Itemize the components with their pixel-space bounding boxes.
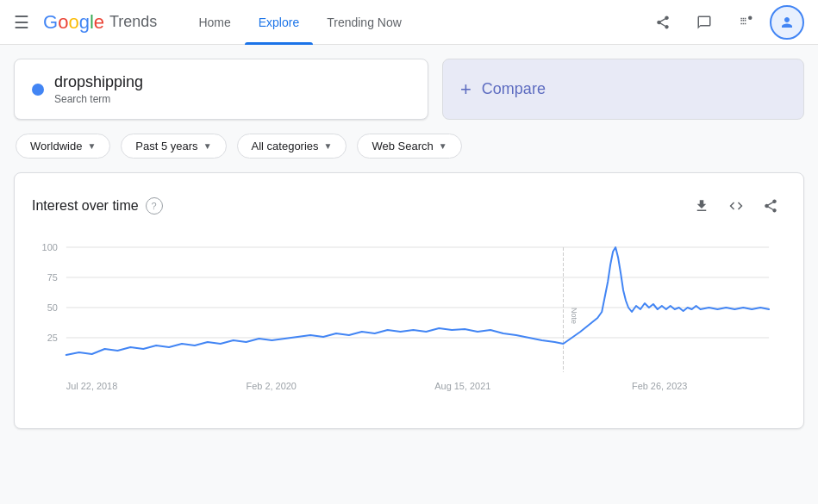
region-filter-label: Worldwide — [30, 140, 82, 152]
share-chart-button[interactable] — [755, 190, 786, 221]
svg-text:75: 75 — [47, 272, 58, 283]
help-icon[interactable]: ? — [146, 197, 163, 215]
search-type-filter-chevron: ▼ — [439, 141, 447, 151]
logo: Google Trends — [43, 11, 157, 34]
embed-button[interactable] — [721, 190, 752, 221]
chart-actions — [686, 190, 786, 221]
chart-title-area: Interest over time ? — [32, 197, 163, 215]
svg-text:Feb 26, 2023: Feb 26, 2023 — [632, 381, 687, 391]
svg-text:Aug 15, 2021: Aug 15, 2021 — [434, 381, 490, 391]
compare-plus-icon: + — [460, 78, 471, 101]
main-nav: Home Explore Trending Now — [184, 0, 646, 45]
search-type-filter[interactable]: Web Search ▼ — [357, 134, 461, 159]
category-filter-label: All categories — [252, 140, 319, 152]
nav-trending-now[interactable]: Trending Now — [313, 0, 415, 45]
menu-icon[interactable]: ☰ — [14, 12, 29, 33]
compare-box[interactable]: + Compare — [442, 59, 804, 120]
search-box: dropshipping Search term — [14, 59, 428, 120]
main-content: dropshipping Search term + Compare World… — [0, 45, 818, 443]
trend-chart: 100 75 50 25 Note Jul 22, 2018 Feb 2, 20… — [32, 239, 786, 411]
chart-card: Interest over time ? — [14, 172, 804, 429]
google-wordmark: Google — [43, 11, 104, 34]
search-term: dropshipping — [54, 73, 143, 91]
search-term-sublabel: Search term — [54, 93, 143, 105]
category-filter[interactable]: All categories ▼ — [237, 134, 347, 159]
nav-explore[interactable]: Explore — [245, 0, 313, 45]
region-filter[interactable]: Worldwide ▼ — [16, 134, 110, 159]
svg-point-0 — [748, 16, 752, 20]
nav-home[interactable]: Home — [184, 0, 244, 45]
time-filter[interactable]: Past 5 years ▼ — [121, 134, 226, 159]
header-actions — [646, 5, 804, 40]
search-term-info: dropshipping Search term — [54, 73, 143, 105]
trends-wordmark: Trends — [109, 13, 157, 31]
account-button[interactable] — [770, 5, 804, 40]
svg-text:Note: Note — [570, 308, 578, 324]
chart-container: 100 75 50 25 Note Jul 22, 2018 Feb 2, 20… — [32, 239, 786, 414]
time-filter-label: Past 5 years — [135, 140, 197, 152]
svg-text:Feb 2, 2020: Feb 2, 2020 — [247, 381, 297, 391]
category-filter-chevron: ▼ — [324, 141, 333, 151]
chart-header: Interest over time ? — [32, 190, 786, 221]
search-area: dropshipping Search term + Compare — [14, 59, 804, 120]
header: ☰ Google Trends Home Explore Trending No… — [0, 0, 818, 45]
apps-button[interactable] — [728, 5, 763, 40]
region-filter-chevron: ▼ — [87, 141, 96, 151]
svg-text:50: 50 — [47, 302, 58, 313]
time-filter-chevron: ▼ — [203, 141, 212, 151]
compare-label: Compare — [482, 80, 546, 98]
svg-text:Jul 22, 2018: Jul 22, 2018 — [66, 381, 118, 391]
svg-text:25: 25 — [47, 333, 58, 343]
filters-bar: Worldwide ▼ Past 5 years ▼ All categorie… — [14, 134, 804, 159]
feedback-button[interactable] — [687, 5, 721, 40]
chart-title: Interest over time — [32, 198, 139, 214]
share-button[interactable] — [646, 5, 680, 40]
search-type-filter-label: Web Search — [372, 140, 433, 152]
download-button[interactable] — [686, 190, 717, 221]
search-dot — [32, 84, 44, 96]
svg-text:100: 100 — [42, 242, 58, 252]
